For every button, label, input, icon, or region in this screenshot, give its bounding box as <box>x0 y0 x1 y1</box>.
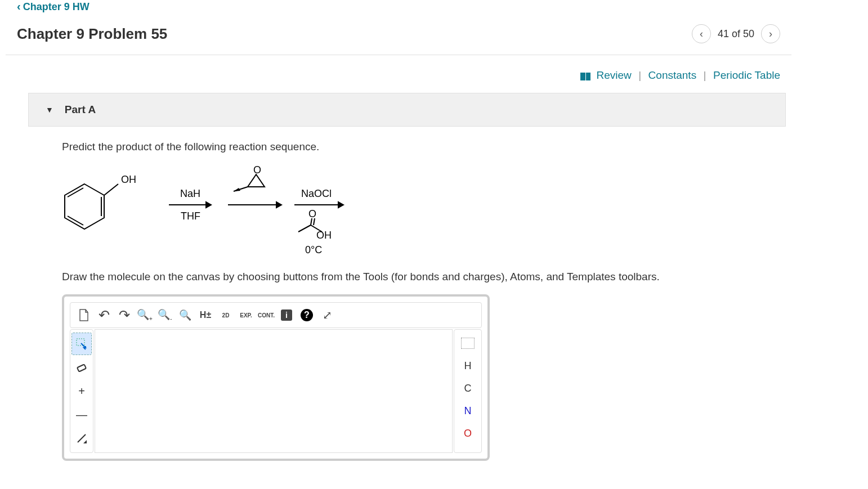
expand-button[interactable]: EXP. <box>237 306 255 324</box>
part-title: Part A <box>65 104 96 116</box>
reagent1-bottom: THF <box>181 210 200 222</box>
epoxide-o-label: O <box>253 164 261 176</box>
reagent3-bottom: 0°C <box>305 244 322 254</box>
editor-toolbar: ↶ ↷ 🔍+ 🔍- 🔍 H± 2D <box>70 302 482 328</box>
problem-header: Chapter 9 Problem 55 ‹ 41 of 50 › <box>6 19 791 55</box>
fullscreen-button[interactable]: ⤢ <box>318 306 336 324</box>
acid-o-label: O <box>308 208 316 219</box>
chevron-left-icon: ‹ <box>700 28 703 40</box>
atom-o-button[interactable]: O <box>457 422 479 445</box>
svg-marker-9 <box>234 188 240 191</box>
svg-line-14 <box>298 225 311 232</box>
eraser-icon <box>75 361 88 374</box>
fullscreen-icon: ⤢ <box>323 308 332 322</box>
svg-rect-18 <box>77 339 84 346</box>
chevron-right-icon: › <box>769 28 772 40</box>
left-tools-panel: + — <box>70 329 93 453</box>
zoom-in-button[interactable]: 🔍+ <box>136 306 154 324</box>
new-document-button[interactable] <box>75 306 93 324</box>
top-links: Review | Constants | Periodic Table <box>28 55 791 93</box>
atom-n-button[interactable]: N <box>457 400 479 422</box>
marquee-select-tool[interactable] <box>71 333 92 355</box>
charge-minus-tool[interactable]: — <box>71 403 92 426</box>
expand-label: EXP. <box>240 312 252 318</box>
help-button[interactable]: ? <box>298 306 316 324</box>
zoom-fit-button[interactable]: 🔍 <box>176 306 194 324</box>
book-icon <box>580 73 590 80</box>
reaction-diagram: OH NaH THF O <box>62 164 758 257</box>
zoom-in-icon: 🔍+ <box>137 308 153 322</box>
next-button[interactable]: › <box>761 24 780 43</box>
info-icon: i <box>281 309 292 321</box>
svg-marker-8 <box>248 174 265 187</box>
nav-controls: ‹ 41 of 50 › <box>692 24 780 43</box>
phenol-oh-label: OH <box>121 174 136 185</box>
nav-counter: 41 of 50 <box>718 28 754 40</box>
svg-marker-13 <box>338 202 343 208</box>
instruction-text: Predict the product of the following rea… <box>62 141 758 153</box>
review-link[interactable]: Review <box>596 69 631 81</box>
view-2d-button[interactable]: 2D <box>217 306 235 324</box>
svg-line-4 <box>104 184 118 195</box>
zoom-fit-icon: 🔍 <box>179 309 191 321</box>
single-bond-icon <box>75 432 88 445</box>
drawing-canvas[interactable] <box>95 329 453 453</box>
reagent3-top: NaOCl <box>301 188 332 199</box>
info-button[interactable]: i <box>278 306 296 324</box>
editor-body: + — H C N O <box>70 329 482 453</box>
svg-marker-0 <box>65 184 104 229</box>
problem-title: Chapter 9 Problem 55 <box>17 25 167 43</box>
svg-marker-6 <box>206 202 211 208</box>
hydrogen-toggle-button[interactable]: H± <box>196 306 214 324</box>
constants-link[interactable]: Constants <box>648 69 697 81</box>
atom-c-button[interactable]: C <box>457 377 479 400</box>
charge-plus-tool[interactable]: + <box>71 380 92 402</box>
atom-h-button[interactable]: H <box>457 355 479 377</box>
draw-instruction-text: Draw the molecule on the canvas by choos… <box>62 271 758 283</box>
reagent1-top: NaH <box>180 188 200 199</box>
separator: | <box>704 69 706 81</box>
redo-button[interactable]: ↷ <box>115 306 133 324</box>
undo-icon: ↶ <box>99 307 110 323</box>
marquee-icon <box>75 338 88 350</box>
svg-line-20 <box>78 434 86 442</box>
atoms-panel: H C N O <box>454 329 482 453</box>
part-content: Predict the product of the following rea… <box>28 127 791 467</box>
periodic-table-link[interactable]: Periodic Table <box>713 69 780 81</box>
zoom-out-icon: 🔍- <box>158 308 172 322</box>
contract-button[interactable]: CONT. <box>257 306 275 324</box>
part-header[interactable]: ▼ Part A <box>28 93 786 127</box>
undo-button[interactable]: ↶ <box>95 306 113 324</box>
document-icon <box>78 309 90 321</box>
periodic-picker-button[interactable] <box>457 332 479 355</box>
eraser-tool[interactable] <box>71 356 92 379</box>
svg-rect-19 <box>77 364 86 371</box>
svg-marker-11 <box>276 202 281 208</box>
zoom-out-button[interactable]: 🔍- <box>156 306 174 324</box>
breadcrumb-link[interactable]: Chapter 9 HW <box>6 0 791 19</box>
contract-label: CONT. <box>258 312 275 318</box>
redo-icon: ↷ <box>119 307 130 323</box>
view-2d-label: 2D <box>222 312 230 318</box>
prev-button[interactable]: ‹ <box>692 24 711 43</box>
single-bond-tool[interactable] <box>71 427 92 450</box>
help-icon: ? <box>301 309 313 321</box>
molecule-editor: ↶ ↷ 🔍+ 🔍- 🔍 H± 2D <box>62 294 490 461</box>
acid-oh-label: OH <box>316 230 332 241</box>
content-scroll[interactable]: Review | Constants | Periodic Table ▼ Pa… <box>6 55 791 467</box>
periodic-icon <box>461 338 475 349</box>
svg-marker-21 <box>83 440 87 443</box>
caret-down-icon: ▼ <box>46 105 53 114</box>
separator: | <box>638 69 641 81</box>
